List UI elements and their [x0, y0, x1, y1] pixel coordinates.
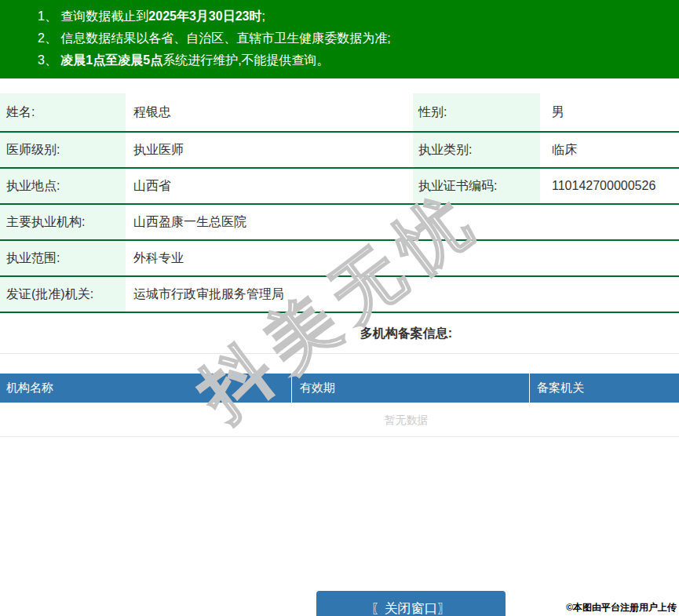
notice-line-3: 3、 凌晨1点至凌晨5点系统进行维护,不能提供查询。	[38, 49, 679, 71]
info-row-main-institution: 主要执业机构: 山西盈康一生总医院	[0, 205, 679, 241]
no-data-placeholder: 暂无数据	[0, 403, 679, 437]
field-label-cert-number: 执业证书编码:	[411, 169, 540, 203]
field-label-doctor-level: 医师级别:	[0, 133, 126, 167]
field-value-issuing-authority: 运城市行政审批服务管理局	[126, 277, 679, 312]
field-value-cert-number: 110142700000526	[540, 169, 679, 203]
field-label-practice-scope: 执业范围:	[0, 241, 126, 275]
field-value-gender: 男	[540, 93, 679, 131]
multi-org-section-title: 多机构备案信息:	[0, 313, 679, 354]
field-value-doctor-level: 执业医师	[126, 133, 411, 167]
column-header-filing-authority: 备案机关	[529, 374, 679, 403]
field-label-name: 姓名:	[0, 93, 126, 131]
notice-line-1: 1、 查询数据截止到2025年3月30日23时;	[38, 5, 679, 27]
records-table-header: 机构名称 有效期 备案机关	[0, 374, 679, 403]
notice-text: 1、 查询数据截止到	[38, 9, 148, 23]
field-value-name: 程银忠	[126, 93, 411, 131]
close-window-button[interactable]: 〖关闭窗口〗	[316, 591, 506, 616]
info-row-level-category: 医师级别: 执业医师 执业类别: 临床	[0, 133, 679, 169]
field-label-gender: 性别:	[411, 93, 540, 131]
info-row-name-gender: 姓名: 程银忠 性别: 男	[0, 93, 679, 133]
field-label-practice-category: 执业类别:	[411, 133, 540, 167]
field-label-main-institution: 主要执业机构:	[0, 205, 126, 239]
notice-text: 2、 信息数据结果以各省、自治区、直辖市卫生健康委数据为准;	[38, 31, 391, 45]
notice-text: 3、	[38, 53, 60, 67]
notice-text: 系统进行维护,不能提供查询。	[162, 53, 329, 67]
field-label-practice-location: 执业地点:	[0, 169, 126, 203]
field-value-practice-scope: 外科专业	[126, 241, 679, 275]
info-row-practice-scope: 执业范围: 外科专业	[0, 241, 679, 277]
notice-text: ;	[261, 9, 265, 23]
doctor-info-table: 姓名: 程银忠 性别: 男 医师级别: 执业医师 执业类别: 临床 执业地点: …	[0, 93, 679, 313]
field-value-practice-location: 山西省	[126, 169, 411, 203]
column-header-institution-name: 机构名称	[0, 374, 291, 403]
notice-bold-text: 凌晨1点至凌晨5点	[60, 53, 162, 67]
field-value-main-institution: 山西盈康一生总医院	[126, 205, 679, 239]
info-row-issuing-authority: 发证(批准)机关: 运城市行政审批服务管理局	[0, 277, 679, 313]
field-label-issuing-authority: 发证(批准)机关:	[0, 277, 126, 312]
copyright-stamp: ©本图由平台注册用户上传	[566, 601, 677, 614]
info-row-location-certno: 执业地点: 山西省 执业证书编码: 110142700000526	[0, 169, 679, 205]
field-value-practice-category: 临床	[540, 133, 679, 167]
notice-bold-text: 2025年3月30日23时	[148, 9, 261, 23]
column-header-validity-period: 有效期	[291, 374, 529, 403]
notice-line-2: 2、 信息数据结果以各省、自治区、直辖市卫生健康委数据为准;	[38, 27, 679, 49]
notice-banner: 1、 查询数据截止到2025年3月30日23时; 2、 信息数据结果以各省、自治…	[0, 0, 679, 78]
